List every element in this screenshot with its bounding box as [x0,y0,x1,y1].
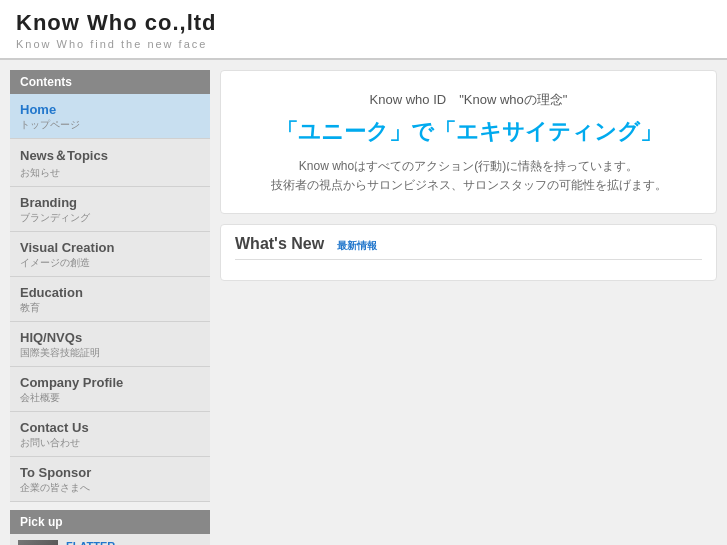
sidebar-nav-item[interactable]: To Sponsor 企業の皆さまへ [10,457,210,502]
sidebar-nav-item[interactable]: Visual Creation イメージの創造 [10,232,210,277]
hero-box: Know who ID "Know whoの理念" 「ユニーク」で「エキサイティ… [220,70,717,214]
hero-desc-line1: Know whoはすべてのアクション(行動)に情熱を持っています。 [299,159,638,173]
nav-sub: お知らせ [20,166,200,180]
contents-header: Contents [10,70,210,94]
pickup-item[interactable]: FLATTER "Know Who ..." [10,534,210,545]
nav-sub: 国際美容技能証明 [20,346,200,360]
pickup-title: FLATTER [66,540,133,545]
pickup-thumb [18,540,58,545]
site-title: Know Who co.,ltd [16,10,711,36]
sidebar: Contents Home トップページNews＆Topics お知らせBran… [10,70,210,545]
pickup-header: Pick up [10,510,210,534]
hero-main-text: 「ユニーク」で「エキサイティング」 [245,117,692,147]
content-area: Know who ID "Know whoの理念" 「ユニーク」で「エキサイティ… [220,70,717,545]
nav-items-container: Home トップページNews＆Topics お知らせBranding ブランデ… [10,94,210,502]
pickup-container: FLATTER "Know Who ..." [10,534,210,545]
whats-new-more[interactable]: 最新情報 [337,240,377,251]
main-layout: Contents Home トップページNews＆Topics お知らせBran… [0,60,727,545]
site-header: Know Who co.,ltd Know Who find the new f… [0,0,727,60]
nav-label: Company Profile [20,375,200,390]
nav-label: To Sponsor [20,465,200,480]
sidebar-nav-item[interactable]: Home トップページ [10,94,210,139]
pickup-text: FLATTER "Know Who ..." [66,540,133,545]
nav-label: Home [20,102,200,117]
sidebar-nav-item[interactable]: News＆Topics お知らせ [10,139,210,187]
nav-sub: トップページ [20,118,200,132]
nav-sub: 会社概要 [20,391,200,405]
nav-label: Education [20,285,200,300]
hero-desc: Know whoはすべてのアクション(行動)に情熱を持っています。 技術者の視点… [245,157,692,195]
whats-new-title: What's New 最新情報 [235,235,702,260]
hero-desc-line2: 技術者の視点からサロンビジネス、サロンスタッフの可能性を拡げます。 [271,178,667,192]
sidebar-nav-item[interactable]: HIQ/NVQs 国際美容技能証明 [10,322,210,367]
nav-sub: ブランディング [20,211,200,225]
nav-label: Contact Us [20,420,200,435]
hero-top-text: Know who ID "Know whoの理念" [245,91,692,109]
whats-new-section: What's New 最新情報 [220,224,717,281]
nav-sub: 教育 [20,301,200,315]
sidebar-nav-item[interactable]: Contact Us お問い合わせ [10,412,210,457]
nav-sub: 企業の皆さまへ [20,481,200,495]
site-tagline: Know Who find the new face [16,38,711,50]
nav-label: News＆Topics [20,147,200,165]
sidebar-nav-item[interactable]: Branding ブランディング [10,187,210,232]
sidebar-nav-item[interactable]: Education 教育 [10,277,210,322]
nav-label: Visual Creation [20,240,200,255]
nav-sub: お問い合わせ [20,436,200,450]
nav-sub: イメージの創造 [20,256,200,270]
sidebar-nav-item[interactable]: Company Profile 会社概要 [10,367,210,412]
nav-label: Branding [20,195,200,210]
nav-label: HIQ/NVQs [20,330,200,345]
